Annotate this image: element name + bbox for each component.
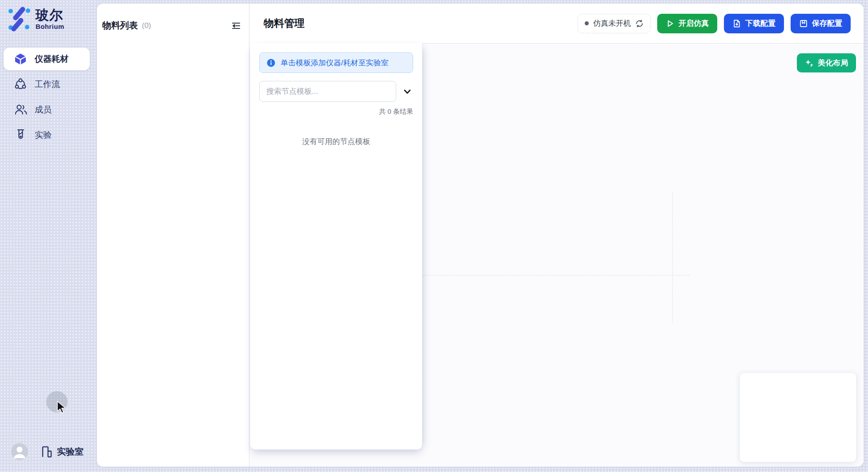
members-icon bbox=[14, 104, 27, 116]
sidebar-item-label: 仪器耗材 bbox=[35, 53, 68, 65]
status-dot bbox=[585, 21, 589, 25]
sparkles-icon bbox=[805, 59, 814, 68]
main-content: 物料列表 (0) 物料管理 仿真未开机 bbox=[97, 4, 864, 467]
sidebar-item-workflow[interactable]: 工作流 bbox=[4, 73, 90, 96]
building-icon bbox=[40, 445, 53, 458]
canvas-minimap[interactable] bbox=[739, 372, 856, 462]
save-config-button[interactable]: 保存配置 bbox=[791, 14, 851, 33]
materials-list-count: (0) bbox=[142, 21, 151, 30]
templates-info-banner: 单击模板添加仪器/耗材至实验室 bbox=[259, 52, 413, 73]
sidebar-item-experiments[interactable]: 实验 bbox=[4, 124, 90, 146]
download-config-button[interactable]: 下载配置 bbox=[724, 14, 784, 33]
materials-list-title: 物料列表 bbox=[102, 20, 138, 32]
brand-subtitle: Bohrium bbox=[36, 23, 64, 30]
sidebar-item-instruments[interactable]: 仪器耗材 bbox=[4, 48, 90, 70]
brand-block[interactable]: 玻尔 Bohrium bbox=[6, 7, 64, 32]
mouse-cursor-icon bbox=[56, 401, 67, 414]
bohrium-logo-icon bbox=[6, 7, 31, 32]
save-icon bbox=[799, 19, 808, 28]
collapse-panel-icon[interactable] bbox=[231, 21, 241, 31]
user-avatar[interactable] bbox=[11, 443, 28, 460]
start-simulation-label: 开启仿真 bbox=[679, 18, 709, 28]
download-config-label: 下载配置 bbox=[745, 18, 776, 28]
template-results-count: 共 0 条结果 bbox=[250, 108, 413, 116]
refresh-icon[interactable] bbox=[635, 20, 643, 28]
download-file-icon bbox=[732, 19, 741, 28]
materials-list-panel: 物料列表 (0) bbox=[97, 4, 249, 467]
sidebar-item-label: 工作流 bbox=[35, 79, 60, 90]
start-simulation-button[interactable]: 开启仿真 bbox=[657, 14, 717, 33]
info-icon bbox=[267, 59, 275, 67]
canvas-guide-horizontal bbox=[422, 275, 689, 276]
sidebar-item-label: 实验 bbox=[35, 129, 52, 141]
sidebar-nav: 仪器耗材 工作流 成员 bbox=[0, 48, 97, 149]
cube-icon bbox=[14, 52, 27, 66]
templates-empty-message: 没有可用的节点模板 bbox=[250, 136, 422, 147]
sidebar-footer: 实验室 bbox=[11, 443, 84, 460]
chevron-down-icon[interactable] bbox=[402, 86, 413, 97]
simulation-status-label: 仿真未开机 bbox=[593, 18, 631, 28]
content-header: 物料管理 仿真未开机 开启仿真 bbox=[250, 4, 864, 44]
template-search-input[interactable] bbox=[259, 81, 396, 102]
canvas-guide-vertical bbox=[672, 192, 673, 323]
workflow-icon bbox=[14, 78, 27, 91]
play-icon bbox=[666, 19, 675, 28]
templates-banner-text: 单击模板添加仪器/耗材至实验室 bbox=[281, 58, 389, 68]
lab-link[interactable]: 实验室 bbox=[40, 445, 84, 458]
node-templates-panel: 单击模板添加仪器/耗材至实验室 共 0 条结果 没有可用的节点模板 bbox=[250, 43, 422, 450]
page-title: 物料管理 bbox=[264, 16, 305, 30]
lab-label: 实验室 bbox=[57, 446, 84, 458]
beautify-layout-button[interactable]: 美化布局 bbox=[797, 53, 856, 72]
save-config-label: 保存配置 bbox=[812, 18, 842, 28]
test-tube-icon bbox=[14, 128, 27, 141]
beautify-layout-label: 美化布局 bbox=[818, 58, 848, 68]
brand-name: 玻尔 bbox=[36, 8, 64, 23]
sidebar-item-members[interactable]: 成员 bbox=[4, 98, 90, 121]
simulation-status-pill[interactable]: 仿真未开机 bbox=[578, 14, 651, 33]
sidebar-item-label: 成员 bbox=[35, 104, 52, 116]
